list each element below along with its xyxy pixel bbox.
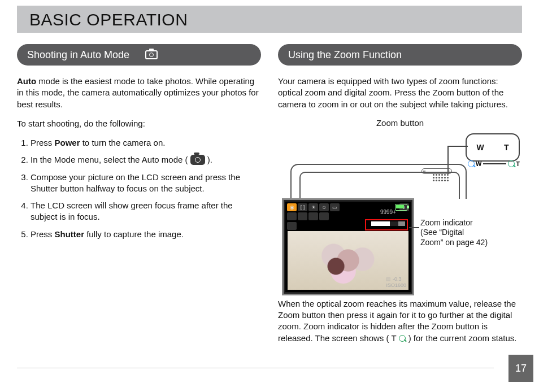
outro-b: ) for the current zoom status. <box>408 333 517 343</box>
zoom-t: T <box>504 143 509 152</box>
step-1c: to turn the camera on. <box>80 138 166 147</box>
camera-mode-icon <box>190 155 205 165</box>
column-right: Using the Zoom Function Your camera is e… <box>278 44 522 352</box>
lead-line: To start shooting, do the following: <box>17 118 261 129</box>
leader-line-2 <box>409 227 419 228</box>
column-left: Shooting in Auto Mode Auto mode is the e… <box>17 44 261 352</box>
legend-t: T <box>516 160 520 167</box>
step-5: Press Shutter fully to capture the image… <box>31 229 261 240</box>
steps-list: Press Power to turn the camera on. In th… <box>17 137 261 240</box>
flash-chip <box>287 212 297 220</box>
step-2a: In the Mode menu, select the Auto mode ( <box>31 155 188 164</box>
camera-icon <box>145 50 158 59</box>
drive-chip <box>298 212 307 220</box>
zoom-w: W <box>477 143 484 152</box>
exif-readout: ▤ -0.3 ISO1600 <box>386 276 406 289</box>
zoom-indicator-label: Zoom indicator (See “Digital Zoom” on pa… <box>420 218 488 248</box>
intro-paragraph: Auto mode is the easiest mode to take ph… <box>17 76 261 110</box>
step-5c: fully to capture the image. <box>84 229 184 239</box>
wb-chip <box>319 212 329 220</box>
shot-counter: 9999+ <box>380 209 396 215</box>
section-pill-shooting: Shooting in Auto Mode <box>17 44 261 66</box>
battery-icon <box>395 204 407 211</box>
zoom-legend-bar <box>483 163 506 164</box>
page-title: BASIC OPERATION <box>29 10 510 29</box>
intro-rest: mode is the easiest mode to take photos.… <box>17 76 259 109</box>
iso-value: ISO1600 <box>386 282 406 289</box>
section-title-shooting: Shooting in Auto Mode <box>27 49 129 61</box>
lcd-second-row <box>287 212 329 220</box>
zoom-in-icon <box>508 160 515 167</box>
af-chip <box>308 212 318 220</box>
step-1: Press Power to turn the camera on. <box>31 137 261 149</box>
camera-outline: w⌕ <box>290 164 467 199</box>
step-1b: Power <box>55 138 80 147</box>
zoom-rocker-detail: W T <box>466 133 520 162</box>
step-5b: Shutter <box>55 229 85 239</box>
lcd-preview: ◉ [ ] ☀ ☺ ▭ 9999+ ♪ <box>284 200 412 294</box>
speaker-grill <box>433 174 449 181</box>
size-chip: ▭ <box>330 203 340 211</box>
left-chip <box>287 222 297 230</box>
intro-bold: Auto <box>17 76 36 86</box>
step-2: In the Mode menu, select the Auto mode (… <box>31 154 261 165</box>
section-title-zoom: Using the Zoom Function <box>288 49 402 61</box>
step-5a: Press <box>31 229 55 239</box>
mode-chip: ◉ <box>287 203 297 211</box>
outro-t: T <box>391 333 396 343</box>
meter-chip: ☀ <box>308 203 318 211</box>
zoom-diagram: W T W T w⌕ <box>278 129 522 293</box>
zoom-legend: W T <box>468 160 520 167</box>
zoom-out-icon <box>468 160 475 167</box>
magnify-icon <box>399 335 406 342</box>
ev-value: ▤ -0.3 <box>386 276 406 282</box>
face-chip: ☺ <box>319 203 329 211</box>
zoom-indicator-highlight <box>365 219 408 230</box>
page-header: BASIC OPERATION <box>17 6 522 33</box>
zoom-intro: Your camera is equipped with two types o… <box>278 76 522 110</box>
footer-rule <box>17 368 494 368</box>
step-1a: Press <box>31 138 55 147</box>
step-2b: ). <box>207 155 212 164</box>
page-number-tab: 17 <box>508 355 533 382</box>
focus-chip: [ ] <box>298 203 307 211</box>
legend-w: W <box>476 160 481 167</box>
zoom-button-label: Zoom button <box>278 118 522 128</box>
section-pill-zoom: Using the Zoom Function <box>278 44 522 66</box>
step-4: The LCD screen will show green focus fra… <box>31 200 261 223</box>
zoom-outro: When the optical zoom reaches its maximu… <box>278 298 522 344</box>
step-3: Compose your picture on the LCD screen a… <box>31 172 261 195</box>
